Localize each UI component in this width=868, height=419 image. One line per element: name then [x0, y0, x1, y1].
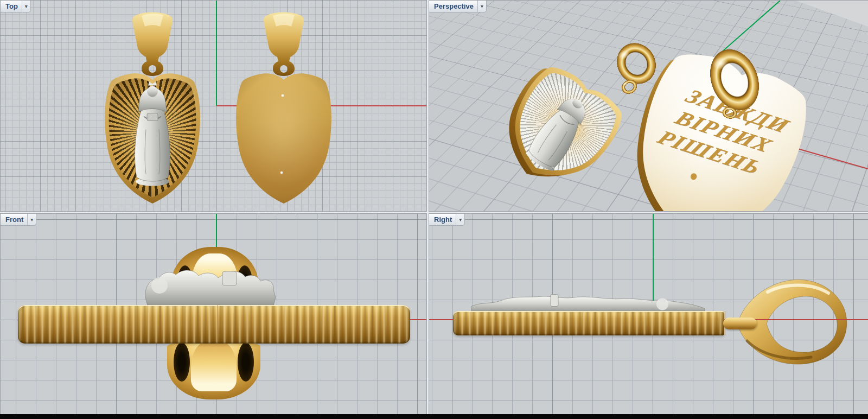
chevron-down-icon: ▾ — [25, 3, 28, 9]
axis-y-green — [216, 1, 217, 106]
viewport-menu-button[interactable]: ▾ — [456, 214, 464, 225]
shield-edge-gold-band — [18, 305, 410, 344]
pendant-back-object[interactable] — [223, 11, 345, 208]
viewport-menu-button[interactable]: ▾ — [22, 1, 30, 12]
chevron-down-icon: ▾ — [481, 3, 483, 9]
bail-bottom-dome — [167, 344, 260, 399]
viewport-front[interactable]: Front ▾ — [1, 214, 426, 414]
viewport-title-right[interactable]: Right — [429, 214, 456, 225]
figure-silver-profile — [469, 292, 706, 312]
bail-opening — [238, 342, 254, 382]
bail — [127, 11, 177, 77]
cad-application-window: Top ▾ — [0, 0, 868, 419]
bail-connector-cylinder — [723, 318, 757, 329]
bail — [259, 11, 309, 77]
viewport-tab-perspective[interactable]: Perspective ▾ — [429, 1, 487, 12]
band-seam — [217, 305, 218, 344]
viewport-title-perspective[interactable]: Perspective — [429, 1, 477, 12]
surface-dot — [280, 172, 283, 174]
viewport-tab-top[interactable]: Top ▾ — [1, 1, 31, 12]
bail-center-highlight — [191, 340, 237, 391]
viewport-tab-right[interactable]: Right ▾ — [429, 214, 465, 226]
window-bottom-bar — [0, 414, 868, 419]
figure-silver-profile — [139, 264, 279, 306]
viewport-top[interactable]: Top ▾ — [1, 1, 426, 211]
viewport-tab-front[interactable]: Front ▾ — [1, 214, 36, 226]
pendant-edge-view-object[interactable] — [1, 214, 426, 414]
axis-x-red — [410, 319, 426, 320]
surface-dot — [282, 94, 284, 97]
bail-opening — [174, 342, 190, 382]
viewport-perspective[interactable]: ЗАВЖДИ ВІРНИХ РІШЕНЬ Perspective ▾ — [429, 1, 868, 211]
viewport-title-front[interactable]: Front — [1, 214, 27, 225]
viewport-right[interactable]: Right ▾ — [429, 214, 868, 414]
pendant-side-view-object[interactable] — [429, 214, 868, 414]
shield-back-gold — [226, 71, 341, 204]
chevron-down-icon: ▾ — [30, 217, 33, 223]
viewport-title-top[interactable]: Top — [1, 1, 22, 12]
viewport-menu-button[interactable]: ▾ — [477, 1, 486, 12]
chevron-down-icon: ▾ — [459, 217, 462, 223]
figure-statue-silver — [125, 80, 180, 187]
viewport-menu-button[interactable]: ▾ — [27, 214, 36, 225]
pendant-front-object[interactable] — [92, 11, 214, 208]
shield-edge-gold-band — [453, 311, 724, 335]
